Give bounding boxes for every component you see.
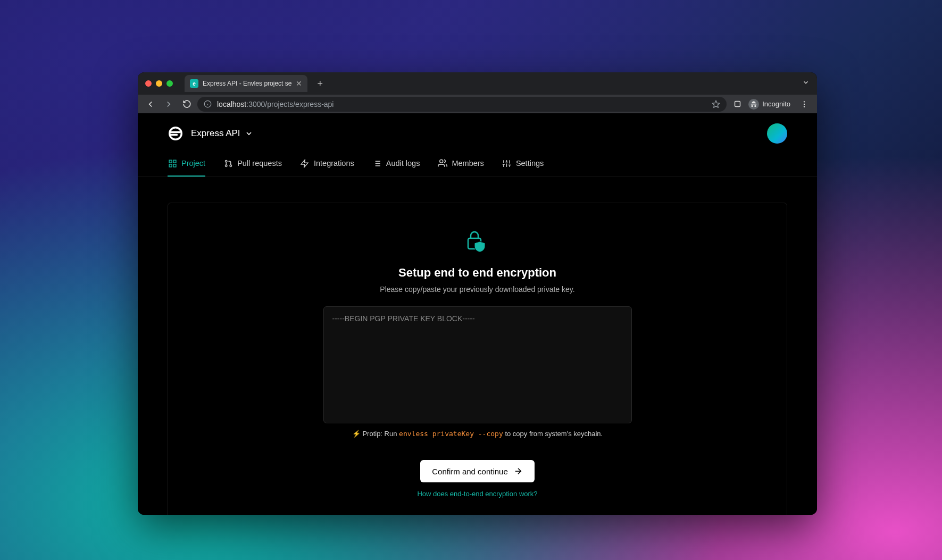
url-text: localhost:3000/projects/express-api [217,100,334,108]
svg-rect-10 [173,160,176,163]
svg-rect-9 [169,160,172,163]
arrow-right-icon [513,466,523,476]
svg-point-14 [225,164,227,166]
star-icon[interactable] [712,100,720,108]
svg-point-15 [230,164,232,166]
window-controls [145,80,173,87]
browser-tab-bar: e Express API - Envles project se ✕ + [138,72,817,95]
info-icon [204,100,212,108]
close-window-button[interactable] [145,80,152,87]
browser-menu-button[interactable] [797,97,812,112]
tab-label: Settings [516,159,544,168]
sliders-icon [502,158,512,168]
encryption-help-link[interactable]: How does end-to-end encryption work? [417,490,537,498]
lock-shield-icon [465,229,490,256]
browser-tab[interactable]: e Express API - Envles project se ✕ [185,75,307,92]
tab-label: Project [181,159,205,168]
new-tab-button[interactable]: + [314,78,326,89]
svg-point-23 [440,160,443,163]
protip-text: ⚡ Protip: Run envless privateKey --copy … [352,430,603,438]
svg-point-13 [225,160,227,162]
extensions-icon[interactable] [733,99,742,108]
reload-button[interactable] [179,97,194,112]
svg-point-7 [804,106,805,107]
tab-audit-logs[interactable]: Audit logs [372,158,420,177]
svg-point-6 [804,103,805,104]
svg-marker-16 [302,160,309,167]
browser-window: e Express API - Envles project se ✕ + lo… [138,72,817,515]
tabs-menu-button[interactable] [802,79,810,88]
svg-rect-11 [169,164,172,166]
close-tab-button[interactable]: ✕ [296,79,302,88]
svg-marker-3 [713,101,720,107]
user-avatar[interactable] [767,123,787,144]
svg-point-5 [804,101,805,102]
maximize-window-button[interactable] [166,80,173,87]
project-switcher[interactable]: Express API [191,128,253,139]
tab-label: Pull requests [237,159,282,168]
project-name: Express API [191,128,240,139]
tabs-nav: Project Pull requests Integrations Audit… [138,144,817,177]
bolt-emoji-icon: ⚡ [352,430,361,438]
tab-title: Express API - Envles project se [203,80,291,87]
app-header: Express API [138,114,817,144]
svg-rect-4 [735,102,740,107]
tab-members[interactable]: Members [438,158,483,177]
card-subtitle: Please copy/paste your previously downlo… [380,285,574,294]
pull-request-icon [223,158,233,168]
svg-point-8 [170,128,182,140]
tab-settings[interactable]: Settings [502,158,544,177]
private-key-input[interactable] [323,306,632,423]
grid-icon [168,158,177,168]
tab-label: Audit logs [386,159,420,168]
tab-integrations[interactable]: Integrations [300,158,354,177]
incognito-badge: Incognito [748,99,790,110]
protip-command: envless privateKey --copy [399,430,503,438]
confirm-continue-button[interactable]: Confirm and continue [420,460,535,482]
users-icon [438,158,447,168]
encryption-setup-card: Setup end to end encryption Please copy/… [168,203,787,515]
forward-button[interactable] [161,97,176,112]
svg-rect-12 [173,164,176,166]
chevron-down-icon [245,129,253,138]
incognito-icon [748,99,759,110]
minimize-window-button[interactable] [156,80,162,87]
tab-pull-requests[interactable]: Pull requests [223,158,282,177]
back-button[interactable] [143,97,158,112]
app-content: Express API Project Pull requests [138,114,817,515]
tab-project[interactable]: Project [168,158,205,177]
tab-label: Members [452,159,483,168]
bolt-icon [300,158,310,168]
address-bar[interactable]: localhost:3000/projects/express-api [197,97,727,112]
tab-label: Integrations [314,159,354,168]
card-title: Setup end to end encryption [398,266,556,280]
tab-favicon: e [190,79,198,88]
list-icon [372,158,382,168]
browser-toolbar: localhost:3000/projects/express-api Inco… [138,95,817,114]
app-logo[interactable] [168,126,184,141]
